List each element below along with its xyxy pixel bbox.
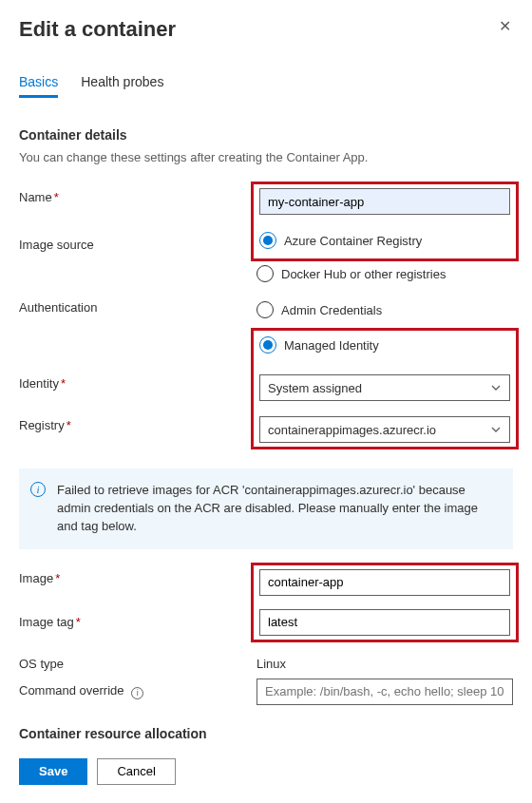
resource-allocation-heading: Container resource allocation xyxy=(19,726,513,741)
registry-label: Registry* xyxy=(19,413,256,432)
close-icon[interactable]: ✕ xyxy=(497,17,513,36)
radio-acr[interactable]: Azure Container Registry xyxy=(259,232,510,249)
image-source-label: Image source xyxy=(19,233,256,252)
radio-selected-icon xyxy=(259,232,276,249)
image-label: Image* xyxy=(19,566,256,585)
command-override-label: Command override i xyxy=(19,679,256,698)
registry-value: containerappimages.azurecr.io xyxy=(268,423,436,437)
identity-value: System assigned xyxy=(268,381,362,395)
identity-select[interactable]: System assigned xyxy=(259,374,510,401)
image-tag-input[interactable] xyxy=(259,609,510,636)
os-type-label: OS type xyxy=(19,652,256,671)
radio-managed[interactable]: Managed Identity xyxy=(259,336,510,354)
os-type-value: Linux xyxy=(256,652,513,671)
chevron-down-icon xyxy=(490,424,502,435)
registry-select[interactable]: containerappimages.azurecr.io xyxy=(259,416,510,443)
tabs: Basics Health probes xyxy=(19,68,513,99)
radio-docker-label: Docker Hub or other registries xyxy=(281,267,446,281)
highlight-box-2: Managed Identity System assigned contain… xyxy=(251,328,519,449)
chevron-down-icon xyxy=(490,382,502,393)
command-override-input[interactable] xyxy=(256,679,513,705)
info-icon: i xyxy=(30,482,46,497)
radio-admin-label: Admin Credentials xyxy=(281,303,382,317)
container-details-heading: Container details xyxy=(19,127,513,143)
info-message-text: Failed to retrieve images for ACR 'conta… xyxy=(57,483,478,533)
info-message: i Failed to retrieve images for ACR 'con… xyxy=(19,468,513,549)
name-label: Name* xyxy=(19,185,256,204)
radio-acr-label: Azure Container Registry xyxy=(284,234,422,248)
name-input[interactable] xyxy=(259,188,510,215)
radio-managed-label: Managed Identity xyxy=(284,338,379,353)
info-icon[interactable]: i xyxy=(131,687,143,699)
radio-unselected-icon xyxy=(256,301,274,318)
radio-admin[interactable]: Admin Credentials xyxy=(256,301,513,318)
image-tag-label: Image tag* xyxy=(19,610,256,629)
tab-basics[interactable]: Basics xyxy=(19,68,58,98)
save-button[interactable]: Save xyxy=(19,758,87,785)
tab-health-probes[interactable]: Health probes xyxy=(81,68,163,98)
radio-selected-icon xyxy=(259,336,276,354)
image-input[interactable] xyxy=(259,569,510,596)
radio-docker[interactable]: Docker Hub or other registries xyxy=(256,265,513,282)
cancel-button[interactable]: Cancel xyxy=(97,758,175,785)
container-details-desc: You can change these settings after crea… xyxy=(19,150,513,164)
panel-title: Edit a container xyxy=(19,17,176,42)
highlight-box-1: Azure Container Registry xyxy=(251,182,519,261)
radio-unselected-icon xyxy=(256,265,274,282)
highlight-box-3 xyxy=(251,563,519,642)
authentication-label: Authentication xyxy=(19,296,256,315)
identity-label: Identity* xyxy=(19,372,256,391)
